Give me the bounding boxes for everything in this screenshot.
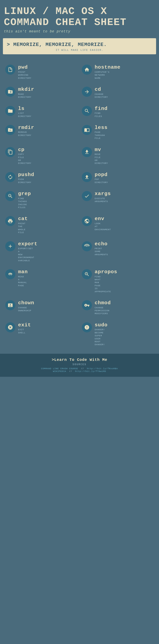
cmd-item-ls: lsLISTDIRECTORY	[3, 102, 80, 122]
folder-icon	[5, 106, 15, 116]
cmd-desc-chmod: CHANGEPERMISSIONMODIFIERS	[95, 306, 111, 315]
file-icon	[5, 64, 15, 75]
cmd-name-xargs: xargs	[95, 191, 111, 197]
broadcast-icon	[82, 241, 92, 251]
cmd-item-chown: chownCHANGEOWNERSHIP	[3, 297, 80, 319]
cmd-desc-exit: EXITSHELL	[18, 328, 31, 334]
cmd-desc-xargs: EXECUTEARGUMENTS	[95, 197, 111, 203]
source-row-2: WIKIPEDIA // http://bit.ly/fT0w1MD	[4, 370, 155, 372]
cmd-desc-less: PAGETHROUGHFILE	[95, 131, 108, 140]
header: LINUX / MAC OS X COMMAND CHEAT SHEET thi…	[0, 0, 159, 35]
footer-title: >Learn To Code With Me	[4, 358, 155, 362]
commands-grid: pwdPRINTWORKINGDIRECTORYhostnameCOMPUTER…	[0, 59, 159, 354]
cmd-name-env: env	[95, 216, 111, 222]
cmd-name-ls: ls	[18, 106, 31, 112]
refresh-icon	[5, 172, 15, 182]
cmd-name-man: man	[18, 269, 28, 275]
cmd-item-apropos: aproposFINDWHATMANPAGEISAPPROPRIATE	[80, 266, 156, 297]
source-row-1: COMMAND LINE CRASH COURSE // http://bit.…	[4, 368, 155, 370]
cmd-name-grep: grep	[18, 191, 31, 197]
cmd-desc-echo: PRINTSOMEARGUMENTS	[95, 247, 108, 256]
cmd-name-mkdir: mkdir	[18, 87, 34, 92]
cmd-item-pwd: pwdPRINTWORKINGDIRECTORY	[3, 61, 80, 83]
cmd-desc-ls: LISTDIRECTORY	[18, 112, 31, 118]
cmd-item-env: envLOOKATENVIRONMENT	[80, 212, 156, 238]
exclamation-icon	[82, 322, 92, 332]
id-card-icon	[5, 300, 15, 310]
cmd-item-exit: exitEXITSHELL	[3, 319, 80, 350]
tagline: this ain't meant to be pretty	[4, 30, 155, 33]
cmd-item-mv: mvMOVEFILEORDIRECTORY	[80, 144, 156, 168]
cmd-desc-sudo: DANGER!BECOMESUPERUSERROOTDANGER!	[95, 328, 108, 346]
cmd-name-cp: cp	[18, 147, 31, 152]
folder-minus-icon	[5, 125, 15, 135]
cmd-item-mkdir: mkdirMAKEDIRECTORY	[3, 83, 80, 102]
cmd-desc-export: EXPORT/SETANEWENVIRONMENTVARIABLE	[18, 247, 38, 262]
cmd-item-rmdir: rmdirREMOVEDIRECTORY	[3, 122, 80, 144]
cmd-desc-env: LOOKATENVIRONMENT	[95, 222, 111, 231]
plus-icon	[5, 241, 15, 251]
page-title: LINUX / MAC OS X COMMAND CHEAT SHEET	[4, 6, 155, 28]
search-icon	[82, 106, 92, 116]
cmd-desc-apropos: FINDWHATMANPAGEISAPPROPRIATE	[95, 275, 117, 293]
cmd-name-sudo: sudo	[95, 322, 108, 328]
memorize-box: > MEMORIZE, MEMORIZE, MEMORIZE. IT WILL …	[3, 38, 156, 54]
cmd-item-xargs: xargsEXECUTEARGUMENTS	[80, 188, 156, 212]
cmd-item-cp: cpCOPYFILEORDIRECTORY	[3, 144, 80, 168]
cmd-item-cd: cdCHANGEDIRECTORY	[80, 83, 156, 102]
cmd-desc-mv: MOVEFILEORDIRECTORY	[95, 153, 108, 165]
book-icon	[82, 125, 92, 135]
globe-icon	[82, 216, 92, 226]
cmd-name-exit: exit	[18, 322, 31, 328]
cmd-desc-cd: CHANGEDIRECTORY	[95, 93, 108, 99]
cmd-name-echo: echo	[95, 241, 108, 247]
cmd-name-rmdir: rmdir	[18, 125, 34, 130]
cmd-item-popd: popdPOPDIRECTORY	[80, 168, 156, 188]
cmd-item-less: lessPAGETHROUGHFILE	[80, 122, 156, 144]
cmd-item-grep: grepFINDTHINGSINSIDEFILES	[3, 188, 80, 212]
cmd-desc-popd: POPDIRECTORY	[95, 178, 108, 184]
arrow-right-icon	[82, 87, 92, 97]
cmd-name-pushd: pushd	[18, 172, 34, 178]
cmd-desc-grep: FINDTHINGSINSIDEFILES	[18, 197, 31, 209]
cmd-name-popd: popd	[95, 172, 108, 178]
cmd-desc-hostname: COMPUTER'SNETWORKNAME	[95, 71, 121, 80]
cmd-name-chmod: chmod	[95, 300, 111, 306]
cmd-name-chown: chown	[18, 300, 34, 306]
key-icon	[82, 300, 92, 310]
cmd-item-sudo: sudoDANGER!BECOMESUPERUSERROOTDANGER!	[80, 319, 156, 350]
magnify-icon	[82, 269, 92, 279]
cmd-name-less: less	[95, 125, 108, 130]
cmd-name-mv: mv	[95, 147, 108, 152]
folder-plus-icon	[5, 87, 15, 97]
grep-icon	[5, 191, 15, 201]
cmd-desc-rmdir: REMOVEDIRECTORY	[18, 131, 34, 137]
cmd-desc-find: FINDFILES	[95, 112, 108, 118]
download-icon	[82, 147, 92, 157]
check-icon	[82, 191, 92, 201]
cmd-name-apropos: apropos	[95, 269, 117, 275]
upload-icon	[82, 172, 92, 182]
cmd-item-chmod: chmodCHANGEPERMISSIONMODIFIERS	[80, 297, 156, 319]
memo-sub: IT WILL MAKE LIFE EASIER.	[7, 49, 152, 52]
glasses-icon	[5, 269, 15, 279]
home-icon	[82, 64, 92, 75]
footer: >Learn To Code With Me SOURCES COMMAND L…	[0, 354, 159, 377]
cmd-item-cat: catPRINTTHEWHOLEFILE	[3, 212, 80, 238]
cmd-item-man: manREADAMANUALPAGE	[3, 266, 80, 297]
cmd-item-echo: echoPRINTSOMEARGUMENTS	[80, 238, 156, 266]
cmd-name-cd: cd	[95, 87, 108, 92]
cmd-desc-pwd: PRINTWORKINGDIRECTORY	[18, 71, 31, 80]
cmd-desc-man: READAMANUALPAGE	[18, 275, 28, 288]
cmd-desc-cat: PRINTTHEWHOLEFILE	[18, 222, 28, 234]
cmd-name-cat: cat	[18, 216, 28, 222]
cmd-desc-pushd: PUSHDIRECTORY	[18, 178, 34, 184]
cmd-item-export: exportEXPORT/SETANEWENVIRONMENTVARIABLE	[3, 238, 80, 266]
cmd-item-pushd: pushdPUSHDIRECTORY	[3, 168, 80, 188]
memo-title: > MEMORIZE, MEMORIZE, MEMORIZE.	[7, 42, 152, 48]
cmd-item-find: findFINDFILES	[80, 102, 156, 122]
cmd-desc-cp: COPYFILEORDIRECTORY	[18, 153, 31, 165]
x-circle-icon	[5, 322, 15, 332]
cmd-desc-mkdir: MAKEDIRECTORY	[18, 93, 34, 99]
cmd-name-pwd: pwd	[18, 64, 31, 70]
